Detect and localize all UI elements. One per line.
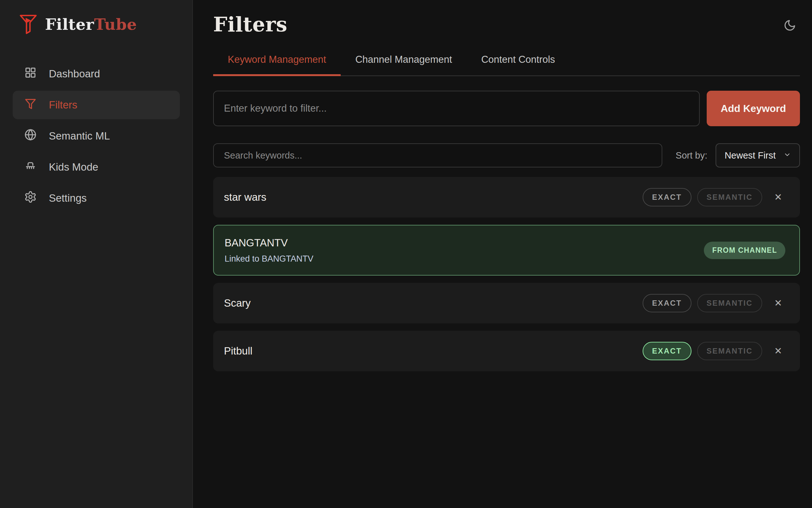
add-keyword-toolbar: Add Keyword [213,91,800,126]
page-title: Filters [213,13,287,36]
keyword-row: Pitbull EXACT SEMANTIC ✕ [213,331,800,371]
sidebar-item-settings[interactable]: Settings [13,184,180,212]
sidebar-item-label: Semantic ML [49,130,110,142]
brand-second: Tube [94,15,137,34]
grid-icon [24,66,37,82]
from-channel-badge: FROM CHANNEL [704,242,785,259]
exact-badge[interactable]: EXACT [643,294,691,312]
keyword-input[interactable] [213,91,700,126]
keyword-row: star wars EXACT SEMANTIC ✕ [213,177,800,217]
tab-keyword-management[interactable]: Keyword Management [213,46,341,76]
globe-icon [24,128,37,144]
sidebar-item-semantic-ml[interactable]: Semantic ML [13,122,180,150]
semantic-badge[interactable]: SEMANTIC [697,188,762,206]
keyword-text: Scary [224,297,251,309]
theme-toggle-button[interactable] [781,17,798,35]
sort-select[interactable]: Newest First [716,143,800,167]
main-content: Filters Keyword Management Channel Manag… [193,0,812,508]
kids-icon [24,160,37,175]
keyword-list: star wars EXACT SEMANTIC ✕ BANGTANTV Lin… [213,177,800,371]
add-keyword-button[interactable]: Add Keyword [707,91,800,126]
main-header: Filters [213,13,800,36]
remove-keyword-button[interactable]: ✕ [774,346,782,356]
sidebar-item-label: Filters [49,99,77,111]
logo-funnel-icon [19,14,37,35]
gear-icon [24,190,37,206]
tabs: Keyword Management Channel Management Co… [213,46,800,76]
semantic-badge[interactable]: SEMANTIC [697,294,762,312]
sort-by-label: Sort by: [676,150,707,161]
logo: FilterTube [13,14,180,35]
remove-keyword-button[interactable]: ✕ [774,193,782,202]
keyword-row-channel: BANGTANTV Linked to BANGTANTV FROM CHANN… [213,225,800,276]
keyword-text: BANGTANTV [225,237,313,249]
remove-keyword-button[interactable]: ✕ [774,298,782,308]
sidebar-item-label: Dashboard [49,68,100,80]
keyword-row: Scary EXACT SEMANTIC ✕ [213,283,800,324]
sidebar-item-label: Settings [49,192,87,204]
sidebar-item-kids-mode[interactable]: Kids Mode [13,153,180,181]
app-root: FilterTube Dashboard Filters [0,0,812,508]
keyword-subtitle: Linked to BANGTANTV [225,254,313,264]
search-input[interactable] [213,143,662,167]
tab-channel-management[interactable]: Channel Management [341,46,466,76]
sidebar-item-filters[interactable]: Filters [13,91,180,119]
sidebar-nav: Dashboard Filters Sema [13,59,180,212]
chevron-down-icon [783,150,791,161]
brand-wordmark: FilterTube [45,15,137,34]
sidebar: FilterTube Dashboard Filters [0,0,193,508]
brand-first: Filter [45,15,94,34]
semantic-badge[interactable]: SEMANTIC [697,342,762,360]
sidebar-item-dashboard[interactable]: Dashboard [13,59,180,88]
exact-badge[interactable]: EXACT [643,188,691,206]
sort-select-value: Newest First [725,150,775,161]
keyword-text: star wars [224,191,267,203]
keyword-text: Pitbull [224,345,252,357]
search-row: Sort by: Newest First [213,143,800,167]
exact-badge-active[interactable]: EXACT [643,342,691,360]
funnel-icon [24,97,37,113]
moon-icon [783,28,796,33]
sidebar-item-label: Kids Mode [49,161,98,173]
tab-content-controls[interactable]: Content Controls [466,46,570,76]
